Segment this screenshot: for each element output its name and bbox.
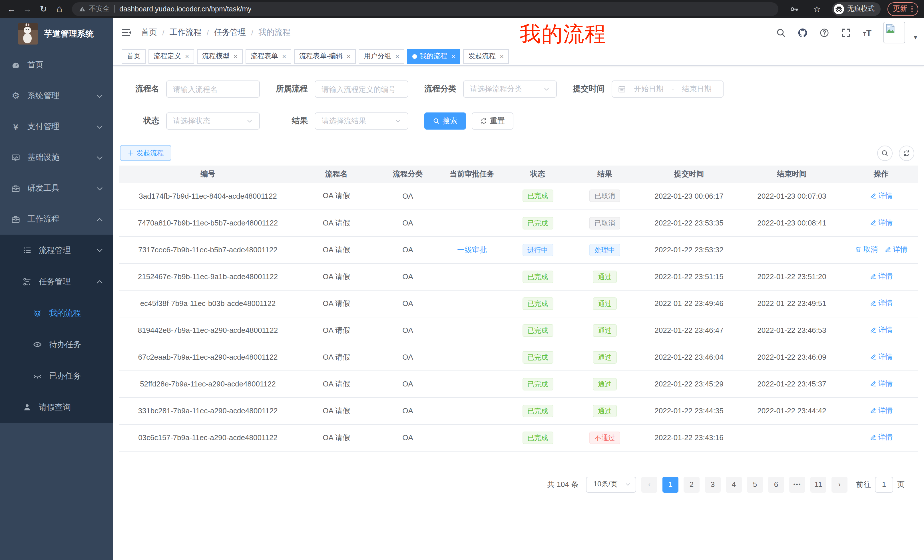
详情-action-link[interactable]: 详情 [870,406,892,416]
toggle-search-button[interactable] [877,145,892,161]
reset-button[interactable]: 重置 [472,112,513,130]
tab-用户分组[interactable]: 用户分组× [358,49,404,64]
task-link[interactable]: 一级审批 [457,245,487,254]
sidebar-item-首页[interactable]: 首页 [0,49,113,81]
详情-action-link[interactable]: 详情 [870,352,892,362]
详情-action-link[interactable]: 详情 [870,325,892,335]
sidebar-item-系统管理[interactable]: ⚙系统管理 [0,81,113,111]
sidebar: 芋道管理系统 首页⚙系统管理¥支付管理基础设施研发工具工作流程流程管理任务管理我… [0,18,113,560]
sidebar-item-待办任务[interactable]: 待办任务 [0,329,113,360]
详情-action-link[interactable]: 详情 [870,218,892,228]
goto-page-input[interactable] [875,476,893,493]
close-icon[interactable]: × [451,52,455,60]
close-icon[interactable]: × [346,52,351,60]
address-bar[interactable]: 不安全 dashboard.yudao.iocoder.cn/bpm/task/… [72,2,778,16]
forward-icon[interactable]: → [20,1,35,16]
hamburger-icon[interactable] [122,27,132,38]
close-icon[interactable]: × [185,52,189,60]
breadcrumb-item[interactable]: 首页 [141,27,157,38]
page-button-4[interactable]: 4 [726,476,742,493]
not-secure-warning[interactable]: 不安全 [79,4,110,14]
close-icon[interactable]: × [395,52,399,60]
breadcrumb-item[interactable]: 任务管理 [214,27,246,38]
cell-end-time [739,424,844,451]
tab-发起流程[interactable]: 发起流程× [463,49,509,64]
page-button-11[interactable]: 11 [810,476,826,493]
column-header: 结果 [570,166,639,183]
cell-status: 已完成 [505,344,570,370]
tab-流程表单[interactable]: 流程表单× [246,49,291,64]
tab-首页[interactable]: 首页 [122,49,146,64]
refresh-table-button[interactable] [899,145,914,161]
create-process-button[interactable]: 发起流程 [120,145,171,161]
tab-流程表单-编辑[interactable]: 流程表单-编辑× [294,49,356,64]
page-ellipsis-button[interactable]: ••• [789,476,805,493]
sidebar-item-已办任务[interactable]: 已办任务 [0,360,113,392]
sidebar-item-流程管理[interactable]: 流程管理 [0,235,113,266]
详情-action-link[interactable]: 详情 [870,298,892,308]
tab-流程定义[interactable]: 流程定义× [148,49,194,64]
process-name-input[interactable] [166,81,260,97]
table-row: 03c6c157-7b9a-11ec-a290-acde48001122OA 请… [119,424,918,451]
tab-我的流程[interactable]: 我的流程× [407,49,460,64]
close-icon[interactable]: × [282,52,286,60]
sidebar-item-支付管理[interactable]: ¥支付管理 [0,111,113,142]
fullscreen-icon[interactable] [842,28,851,37]
sidebar-item-研发工具[interactable]: 研发工具 [0,173,113,204]
cell-submit-time: 2022-01-22 23:45:29 [639,370,739,397]
close-icon[interactable]: × [234,52,238,60]
next-page-button[interactable]: › [831,476,848,493]
breadcrumb-item[interactable]: 工作流程 [170,27,202,38]
详情-action-link[interactable]: 详情 [885,245,908,255]
cell-category: OA [376,183,439,210]
cell-id: 2152467e-7b9b-11ec-9a1b-acde48001122 [119,263,296,290]
category-select[interactable]: 请选择流程分类 [463,81,557,97]
page-button-1[interactable]: 1 [663,476,678,493]
tab-流程模型[interactable]: 流程模型× [197,49,243,64]
github-icon[interactable] [798,28,808,37]
详情-action-link[interactable]: 详情 [870,379,892,389]
page-button-2[interactable]: 2 [684,476,700,493]
page-button-6[interactable]: 6 [768,476,784,493]
sidebar-item-工作流程[interactable]: 工作流程 [0,204,113,235]
prev-page-button[interactable]: ‹ [641,476,657,493]
search-button[interactable]: 搜索 [424,112,466,130]
search-icon[interactable] [776,28,786,37]
page-button-5[interactable]: 5 [747,476,763,493]
font-size-icon[interactable]: TT [863,28,872,37]
sidebar-item-基础设施[interactable]: 基础设施 [0,142,113,173]
result-select[interactable]: 请选择流结果 [315,112,408,130]
status-badge: 通过 [593,404,617,417]
取消-action-link[interactable]: 取消 [855,245,878,255]
page-button-3[interactable]: 3 [705,476,721,493]
sidebar-item-label: 任务管理 [39,277,71,287]
sidebar-item-请假查询[interactable]: 请假查询 [0,392,113,423]
browser-update-menu[interactable]: 更新 [887,2,918,16]
table-tools [877,145,914,161]
详情-action-link[interactable]: 详情 [870,272,892,281]
cell-submit-time: 2022-01-22 23:46:04 [639,344,739,370]
cell-result: 通过 [570,370,639,397]
详情-action-link[interactable]: 详情 [870,433,892,442]
breadcrumb-separator: / [251,28,254,37]
submit-time-range-picker[interactable]: 开始日期 - 结束日期 [612,81,723,97]
caret-down-icon[interactable]: ▼ [913,34,918,40]
key-icon[interactable] [786,1,802,16]
status-select[interactable]: 请选择状态 [166,112,260,130]
avatar[interactable] [884,22,905,43]
process-definition-input[interactable] [315,81,408,97]
calendar-icon [618,85,626,93]
status-badge: 已完成 [522,324,553,337]
delete-icon [855,246,862,253]
back-icon[interactable]: ← [3,1,20,16]
home-icon[interactable]: ⌂ [51,1,68,16]
bookmark-star-icon[interactable]: ☆ [809,1,825,16]
sidebar-item-任务管理[interactable]: 任务管理 [0,266,113,297]
sidebar-item-我的流程[interactable]: 我的流程 [0,297,113,329]
page-size-select[interactable]: 10条/页 [586,476,636,493]
help-icon[interactable] [820,28,830,37]
sidebar-item-label: 请假查询 [39,402,71,412]
reload-icon[interactable]: ↻ [35,1,51,16]
详情-action-link[interactable]: 详情 [870,191,892,201]
close-icon[interactable]: × [500,52,504,60]
